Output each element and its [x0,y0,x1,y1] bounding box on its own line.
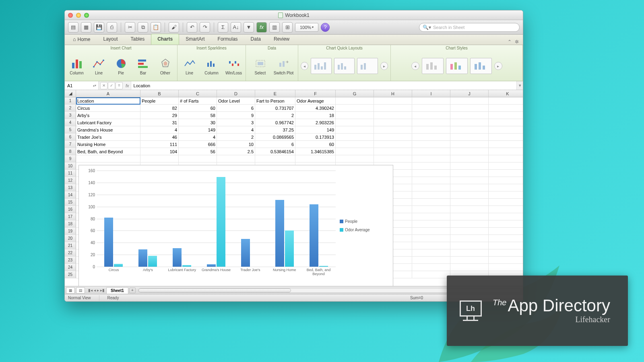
row-header[interactable]: 5 [65,126,76,134]
cell[interactable]: # of Farts [179,97,217,105]
column-header[interactable]: F [295,90,336,97]
cell[interactable] [489,257,523,264]
expand-formula-bar-button[interactable]: ▾ [516,81,523,90]
cell[interactable] [450,162,489,170]
cell[interactable] [336,126,374,134]
ribbon-settings-button[interactable]: ✲ [515,39,519,45]
cell[interactable] [489,177,523,184]
cell[interactable]: Bed, Bath, and Beyond [76,148,140,155]
row-header[interactable]: 24 [65,264,76,271]
cell[interactable]: 4 [217,126,255,134]
add-sheet-button[interactable]: + [129,288,136,293]
cell[interactable] [489,105,523,112]
cell[interactable]: 29 [140,112,179,119]
help-button[interactable]: ? [321,23,330,32]
cell[interactable]: 58 [179,112,217,119]
cell[interactable]: Fart to Person [255,97,295,105]
column-button[interactable]: Column [202,57,221,75]
column-header[interactable]: I [412,90,450,97]
cell[interactable]: 0.967742 [255,119,295,126]
format-painter-button[interactable]: 🖌 [169,22,179,33]
cell[interactable] [489,199,523,206]
cell[interactable] [336,119,374,126]
cell[interactable]: 37.25 [255,126,295,134]
autosum-button[interactable]: Σ [218,22,228,33]
cell[interactable] [489,206,523,213]
select-button[interactable]: Select [250,57,270,75]
column-header[interactable]: J [450,90,489,97]
cell[interactable] [489,141,523,148]
cell[interactable] [412,228,450,235]
cell[interactable] [489,162,523,170]
pie-button[interactable]: Pie [111,57,130,75]
chart-bar[interactable] [138,249,147,267]
embedded-chart[interactable]: 020406080100120140160CircusArby'sLubrica… [78,165,393,286]
sheet-tab[interactable]: Sheet1 [106,287,128,294]
row-header[interactable]: 21 [65,242,76,249]
cell[interactable] [412,213,450,220]
ribbon-tab-smartart[interactable]: SmartArt [179,34,211,45]
name-box[interactable]: A1▴▾ [65,81,99,90]
accept-formula-button[interactable]: ✓ [108,82,115,89]
cell[interactable] [336,112,374,119]
cell[interactable] [450,134,489,141]
cell[interactable] [450,249,489,257]
cell[interactable] [374,141,412,148]
cell[interactable] [374,119,412,126]
chart-bar[interactable] [285,230,294,267]
cell[interactable] [76,155,140,162]
insert-function-button[interactable]: = [116,82,123,89]
cell[interactable]: 111 [140,141,179,148]
cell[interactable] [412,170,450,177]
quick-layout-thumb[interactable] [357,58,378,74]
cell[interactable] [374,148,412,155]
redo-button[interactable]: ↷ [200,22,210,33]
cell[interactable]: 104 [140,148,179,155]
bar-button[interactable]: Bar [134,57,153,75]
zoom-dropdown[interactable]: 100%▾ [295,23,318,32]
cell[interactable] [450,220,489,228]
chart-bar[interactable] [148,256,157,267]
column-button[interactable]: Column [67,57,86,75]
cell[interactable]: 18 [295,112,336,119]
cell[interactable]: 82 [140,105,179,112]
cell[interactable] [489,249,523,257]
cell[interactable] [336,148,374,155]
chart-style-thumb[interactable] [422,58,444,74]
cell[interactable]: 3 [217,119,255,126]
cell[interactable]: 2 [217,134,255,141]
cell[interactable] [255,155,295,162]
cell[interactable]: 0.731707 [255,105,295,112]
column-header[interactable]: G [336,90,374,97]
cell[interactable] [374,105,412,112]
print-button[interactable]: ⎙ [107,22,117,33]
chart-style-thumb[interactable] [470,58,492,74]
row-header[interactable]: 14 [65,191,76,199]
chart-bar[interactable] [241,239,250,267]
sheet-search-input[interactable]: 🔍▾ Search in Sheet [419,23,520,32]
cell[interactable] [412,264,450,271]
cell[interactable] [412,257,450,264]
row-header[interactable]: 19 [65,228,76,235]
row-header[interactable]: 23 [65,257,76,264]
cut-button[interactable]: ✂ [125,22,135,33]
cell[interactable] [450,199,489,206]
chart-style-prev-button[interactable]: ◂ [411,62,419,70]
chart-bar[interactable] [310,204,318,267]
column-header[interactable]: D [217,90,255,97]
cell[interactable] [450,97,489,105]
cell[interactable] [450,148,489,155]
cell[interactable]: 6 [217,105,255,112]
cell[interactable] [489,213,523,220]
cell[interactable] [412,97,450,105]
cell[interactable]: 2.5 [217,148,255,155]
cell[interactable] [412,134,450,141]
cell[interactable] [374,155,412,162]
cell[interactable]: 4 [140,126,179,134]
cell[interactable] [412,155,450,162]
cell[interactable] [450,191,489,199]
cell[interactable]: 0.173913 [295,134,336,141]
save-button[interactable]: 💾 [94,22,104,33]
column-header[interactable]: A [76,90,140,97]
cell[interactable] [295,155,336,162]
